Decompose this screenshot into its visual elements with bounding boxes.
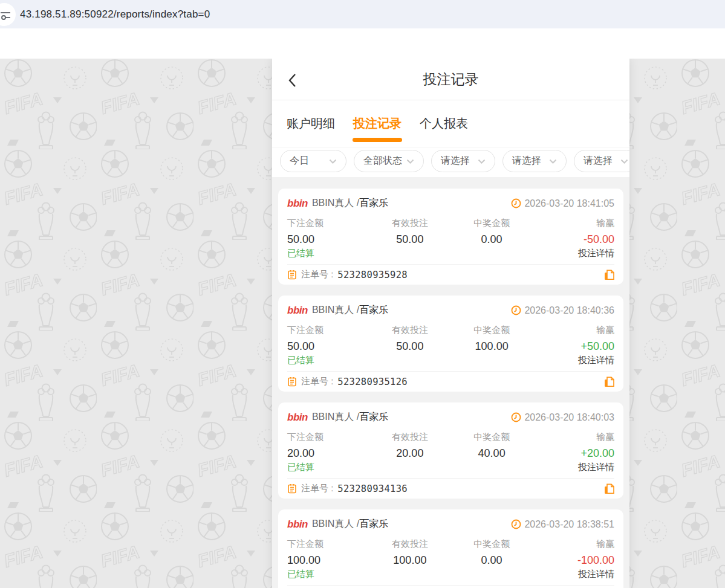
bet-detail-link[interactable]: 投注详情 (578, 569, 614, 580)
win-amount-value: 40.00 (451, 447, 533, 460)
clock-icon (511, 412, 521, 422)
card-header-row: bbin BBIN真人 / 百家乐 2026-03-20 18:38:51 (287, 509, 614, 531)
amount-columns: 下注金额 20.00 有效投注 20.00 中奖金额 40.00 输赢 +20.… (287, 431, 614, 460)
clock-icon (511, 198, 521, 208)
bet-amount-value: 50.00 (287, 233, 369, 246)
status-row: 已结算 投注详情 (287, 462, 614, 473)
profit-label: 输赢 (533, 325, 614, 336)
valid-bet-label: 有效投注 (369, 325, 450, 336)
win-amount-label: 中奖金额 (451, 431, 533, 443)
status-row: 已结算 投注详情 (287, 355, 614, 366)
chevron-down-icon (549, 159, 557, 164)
order-number-label: 注单号 : (301, 483, 333, 494)
order-number-value: 523280934136 (337, 483, 408, 494)
bet-time: 2026-03-20 18:40:36 (524, 305, 614, 316)
filter-status-select[interactable]: 全部状态 (354, 150, 424, 172)
valid-bet-label: 有效投注 (369, 538, 450, 550)
filter-5-value: 请选择 (584, 155, 613, 167)
bet-time: 2026-03-20 18:38:51 (524, 519, 614, 530)
copy-icon[interactable] (604, 483, 614, 494)
card-header-row: bbin BBIN真人 / 百家乐 2026-03-20 18:40:36 (287, 296, 614, 317)
provider-logo: bbin (287, 412, 308, 424)
win-amount-label: 中奖金额 (451, 325, 533, 336)
provider-name: BBIN真人 / (312, 411, 359, 424)
bet-detail-link[interactable]: 投注详情 (578, 462, 614, 473)
filter-status-value: 全部状态 (363, 155, 402, 167)
valid-bet-value: 20.00 (369, 447, 450, 460)
bet-amount-value: 20.00 (287, 447, 369, 460)
game-name: 百家乐 (359, 518, 388, 531)
filter-date-select[interactable]: 今日 (280, 150, 346, 172)
status-badge: 已结算 (287, 355, 314, 366)
order-number-value: 523280935928 (337, 270, 408, 280)
profit-value: +50.00 (533, 340, 614, 353)
order-number-label: 注单号 : (301, 376, 333, 387)
bet-amount-label: 下注金额 (287, 431, 369, 443)
provider-logo: bbin (287, 305, 308, 317)
provider-name: BBIN真人 / (312, 197, 359, 210)
status-badge: 已结算 (287, 248, 314, 259)
card-header-row: bbin BBIN真人 / 百家乐 2026-03-20 18:40:03 (287, 402, 614, 424)
chevron-down-icon (406, 159, 414, 164)
page-title: 投注记录 (423, 70, 479, 89)
bet-detail-link[interactable]: 投注详情 (578, 355, 614, 366)
order-row: 注单号 : 523280935928 (287, 265, 614, 285)
filter-row: 今日 全部状态 请选择 请选择 请选择 (272, 147, 629, 177)
status-row: 已结算 投注详情 (287, 248, 614, 259)
site-info-icon[interactable] (0, 3, 16, 26)
profit-value: +20.00 (533, 447, 614, 460)
win-amount-label: 中奖金额 (451, 218, 533, 229)
filter-select-3[interactable]: 请选择 (431, 150, 495, 172)
status-badge: 已结算 (287, 462, 314, 473)
valid-bet-label: 有效投注 (369, 218, 450, 229)
page-background: FIFA 投注记录 (0, 59, 725, 588)
filter-select-4[interactable]: 请选择 (502, 150, 567, 172)
bet-record-card: bbin BBIN真人 / 百家乐 2026-03-20 18:40:36 下注… (278, 296, 623, 392)
valid-bet-value: 100.00 (369, 554, 450, 567)
win-amount-value: 0.00 (451, 554, 533, 567)
game-name: 百家乐 (359, 197, 388, 210)
tab-bar: 账户明细 投注记录 个人报表 (272, 100, 629, 147)
back-button[interactable] (288, 73, 300, 88)
valid-bet-value: 50.00 (369, 340, 450, 353)
provider-logo: bbin (287, 198, 308, 210)
valid-bet-label: 有效投注 (369, 431, 450, 443)
app-header: 投注记录 (272, 59, 629, 100)
status-row: 已结算 投注详情 (287, 569, 614, 580)
win-amount-value: 100.00 (451, 340, 533, 353)
chevron-down-icon (478, 159, 486, 164)
win-amount-label: 中奖金额 (451, 538, 533, 550)
provider-logo: bbin (287, 519, 308, 531)
order-row: 注单号 : 523280934136 (287, 479, 614, 499)
provider-name: BBIN真人 / (312, 518, 359, 531)
url-text[interactable]: 43.198.51.89:50922/reports/index?tab=0 (20, 8, 210, 21)
tab-personal-report[interactable]: 个人报表 (420, 100, 468, 147)
order-icon (287, 483, 297, 494)
copy-icon[interactable] (604, 376, 614, 387)
app-panel: 投注记录 账户明细 投注记录 个人报表 今日 全部状态 请选择 请选择 (272, 59, 629, 588)
chevron-down-icon (329, 159, 337, 164)
card-header-row: bbin BBIN真人 / 百家乐 2026-03-20 18:41:05 (287, 189, 614, 210)
game-name: 百家乐 (359, 304, 388, 317)
order-row: 注单号 : 523280935126 (287, 372, 614, 392)
order-icon (287, 270, 297, 280)
profit-value: -50.00 (533, 233, 614, 246)
profit-label: 输赢 (533, 431, 614, 443)
bet-detail-link[interactable]: 投注详情 (578, 248, 614, 259)
clock-icon (511, 519, 521, 529)
record-list: bbin BBIN真人 / 百家乐 2026-03-20 18:41:05 下注… (272, 177, 629, 588)
filter-4-value: 请选择 (512, 155, 541, 167)
bet-record-card: bbin BBIN真人 / 百家乐 2026-03-20 18:41:05 下注… (278, 189, 623, 285)
copy-icon[interactable] (604, 270, 614, 280)
tab-bet-records[interactable]: 投注记录 (353, 100, 402, 147)
amount-columns: 下注金额 50.00 有效投注 50.00 中奖金额 0.00 输赢 -50.0… (287, 218, 614, 246)
clock-icon (511, 305, 521, 315)
filter-select-5[interactable]: 请选择 (574, 150, 629, 172)
order-row: 注单号 : 523280931063 (287, 586, 614, 588)
bet-record-card: bbin BBIN真人 / 百家乐 2026-03-20 18:40:03 下注… (278, 402, 623, 499)
provider-name: BBIN真人 / (312, 304, 359, 317)
bet-amount-label: 下注金额 (287, 218, 369, 229)
browser-address-bar[interactable]: 43.198.51.89:50922/reports/index?tab=0 (0, 0, 725, 28)
amount-columns: 下注金额 50.00 有效投注 50.00 中奖金额 100.00 输赢 +50… (287, 325, 614, 353)
tab-account-detail[interactable]: 账户明细 (287, 100, 335, 147)
